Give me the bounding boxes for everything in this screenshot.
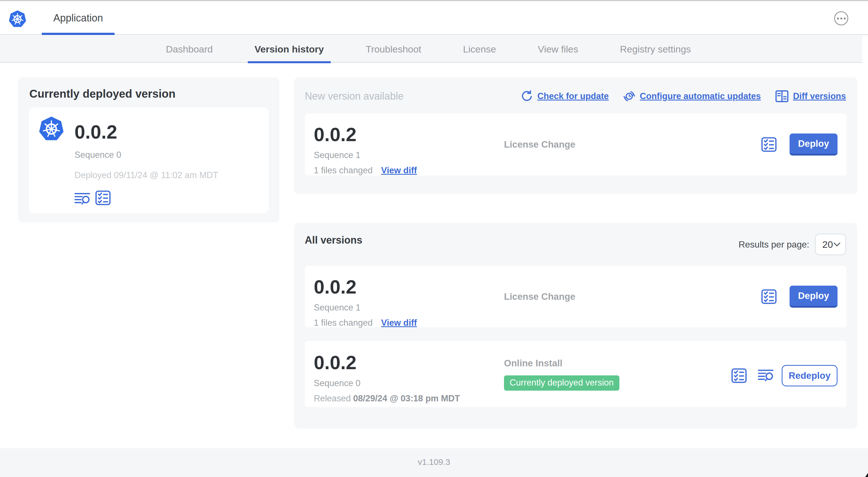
preflight-checks-icon[interactable] [732, 368, 747, 383]
results-per-page-value: 20 [822, 239, 833, 250]
version-sequence: Sequence 1 [314, 303, 504, 313]
app-header: Application [0, 0, 868, 35]
app-nav: Dashboard Version history Troubleshoot L… [0, 35, 862, 63]
application-tab[interactable]: Application [42, 1, 115, 35]
chevron-down-icon [834, 242, 840, 246]
tab-dashboard[interactable]: Dashboard [159, 35, 220, 63]
diff-versions-link[interactable]: Diff versions [775, 90, 846, 102]
currently-deployed-title: Currently deployed version [29, 88, 279, 100]
new-version-row: 0.0.2 Sequence 1 1 files changedView dif… [305, 114, 846, 176]
check-for-update-label[interactable]: Check for update [537, 91, 609, 101]
version-type: License Change [504, 291, 576, 302]
version-sequence: Sequence 0 [314, 378, 504, 388]
version-row: 0.0.2 Sequence 1 1 files changedView dif… [305, 266, 846, 327]
version-row: 0.0.2 Sequence 0 Released 08/29/24 @ 03:… [305, 341, 846, 407]
view-logs-icon[interactable] [74, 193, 90, 205]
results-per-page-label: Results per page: [739, 239, 809, 250]
new-version-card: New version available Check for update C… [294, 77, 857, 194]
kubernetes-app-icon [38, 115, 65, 144]
deployed-version-card: 0.0.2 Sequence 0 Deployed 09/11/24 @ 11:… [29, 108, 269, 213]
application-tab-underline [42, 33, 115, 35]
console-version: v1.109.3 [417, 457, 450, 467]
all-versions-card: All versions Results per page: 20 0.0.2 … [294, 223, 857, 428]
diff-icon [775, 90, 788, 102]
all-versions-title: All versions [305, 234, 362, 246]
configure-automatic-updates-link[interactable]: Configure automatic updates [623, 90, 761, 102]
tab-license[interactable]: License [456, 35, 503, 63]
view-diff-link[interactable]: View diff [381, 318, 417, 328]
released-prefix: Released [314, 393, 351, 403]
deploy-button[interactable]: Deploy [789, 133, 838, 155]
results-per-page-select[interactable]: 20 [815, 234, 846, 255]
check-for-update-link[interactable]: Check for update [521, 90, 609, 102]
diff-versions-label[interactable]: Diff versions [793, 91, 846, 101]
released-date: 08/29/24 @ 03:18 pm MDT [353, 393, 460, 403]
version-number: 0.0.2 [314, 277, 504, 297]
preflight-checks-icon[interactable] [761, 289, 777, 304]
files-changed: 1 files changed [314, 318, 373, 328]
ellipsis-icon [837, 18, 839, 20]
deployed-timestamp: Deployed 09/11/24 @ 11:02 am MDT [74, 170, 218, 180]
deployed-version-number: 0.0.2 [74, 122, 218, 142]
version-number: 0.0.2 [314, 124, 504, 145]
refresh-icon [521, 90, 533, 102]
currently-deployed-card: Currently deployed version 0.0.2 Sequenc… [18, 77, 279, 222]
tab-view-files[interactable]: View files [531, 35, 585, 63]
view-diff-link[interactable]: View diff [381, 166, 417, 175]
version-type: License Change [504, 139, 576, 150]
clock-arrows-icon [623, 90, 635, 102]
tab-registry-settings[interactable]: Registry settings [613, 35, 698, 63]
version-type: Online Install [504, 358, 732, 368]
deploy-button[interactable]: Deploy [789, 286, 838, 308]
view-logs-icon[interactable] [758, 369, 774, 382]
preflight-checks-icon[interactable] [95, 190, 111, 205]
files-changed: 1 files changed [314, 166, 373, 175]
configure-automatic-updates-label[interactable]: Configure automatic updates [640, 91, 761, 101]
currently-deployed-badge: Currently deployed version [504, 376, 619, 391]
cursor-artifact [865, 473, 868, 477]
preflight-checks-icon[interactable] [761, 137, 777, 152]
page: Application Dashboard Version history Tr… [0, 0, 868, 477]
deployed-sequence: Sequence 0 [74, 150, 218, 160]
version-sequence: Sequence 1 [314, 150, 504, 160]
more-options-button[interactable] [834, 11, 848, 25]
kubernetes-logo-icon [8, 9, 27, 29]
redeploy-button[interactable]: Redeploy [782, 365, 838, 386]
tab-version-history[interactable]: Version history [248, 35, 331, 63]
footer: v1.109.3 [0, 448, 868, 477]
tab-troubleshoot[interactable]: Troubleshoot [359, 35, 428, 63]
new-version-title: New version available [305, 90, 404, 102]
version-number: 0.0.2 [314, 352, 504, 372]
